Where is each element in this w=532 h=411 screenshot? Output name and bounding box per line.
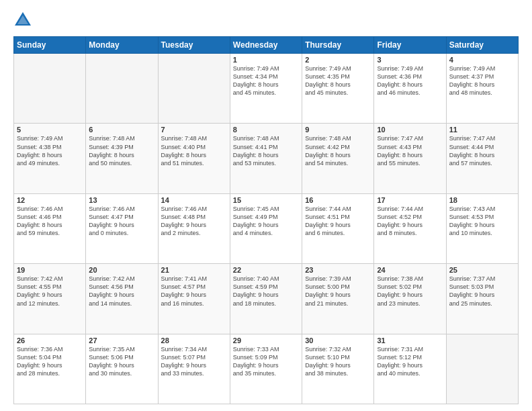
calendar-cell: 4Sunrise: 7:49 AM Sunset: 4:37 PM Daylig… <box>446 54 518 124</box>
day-number: 9 <box>305 126 371 134</box>
calendar-header-friday: Friday <box>374 37 446 54</box>
calendar-cell: 26Sunrise: 7:36 AM Sunset: 5:04 PM Dayli… <box>14 334 86 404</box>
day-info: Sunrise: 7:42 AM Sunset: 4:56 PM Dayligh… <box>89 275 154 308</box>
calendar-week-row: 26Sunrise: 7:36 AM Sunset: 5:04 PM Dayli… <box>14 334 519 404</box>
day-number: 17 <box>377 196 443 204</box>
calendar-cell: 11Sunrise: 7:47 AM Sunset: 4:44 PM Dayli… <box>446 124 518 193</box>
calendar-cell: 6Sunrise: 7:48 AM Sunset: 4:39 PM Daylig… <box>86 124 158 193</box>
day-number: 28 <box>161 336 227 345</box>
logo-icon <box>13 11 32 30</box>
day-info: Sunrise: 7:49 AM Sunset: 4:35 PM Dayligh… <box>305 64 371 97</box>
day-number: 10 <box>377 126 443 134</box>
day-info: Sunrise: 7:44 AM Sunset: 4:52 PM Dayligh… <box>377 205 443 238</box>
calendar-cell: 29Sunrise: 7:33 AM Sunset: 5:09 PM Dayli… <box>230 334 302 404</box>
day-number: 27 <box>89 336 154 345</box>
calendar-cell: 24Sunrise: 7:38 AM Sunset: 5:02 PM Dayli… <box>374 264 446 334</box>
day-number: 13 <box>89 196 154 204</box>
calendar-cell <box>86 54 158 124</box>
calendar-week-row: 1Sunrise: 7:49 AM Sunset: 4:34 PM Daylig… <box>14 54 519 124</box>
calendar-table: SundayMondayTuesdayWednesdayThursdayFrid… <box>13 36 519 404</box>
day-number: 22 <box>233 266 299 274</box>
calendar-cell: 16Sunrise: 7:44 AM Sunset: 4:51 PM Dayli… <box>302 193 374 263</box>
header <box>13 11 519 30</box>
calendar-cell: 8Sunrise: 7:48 AM Sunset: 4:41 PM Daylig… <box>230 124 302 193</box>
day-number: 18 <box>449 196 515 204</box>
day-number: 20 <box>89 266 154 274</box>
day-number: 15 <box>233 196 299 204</box>
day-info: Sunrise: 7:49 AM Sunset: 4:36 PM Dayligh… <box>377 64 443 97</box>
day-number: 3 <box>377 56 443 64</box>
calendar-cell: 31Sunrise: 7:31 AM Sunset: 5:12 PM Dayli… <box>374 334 446 404</box>
day-info: Sunrise: 7:35 AM Sunset: 5:06 PM Dayligh… <box>89 345 154 378</box>
day-number: 30 <box>305 336 371 345</box>
day-info: Sunrise: 7:49 AM Sunset: 4:34 PM Dayligh… <box>233 64 299 97</box>
calendar-cell: 23Sunrise: 7:39 AM Sunset: 5:00 PM Dayli… <box>302 264 374 334</box>
day-number: 5 <box>17 126 83 134</box>
day-info: Sunrise: 7:49 AM Sunset: 4:37 PM Dayligh… <box>449 64 515 97</box>
calendar-cell: 21Sunrise: 7:41 AM Sunset: 4:57 PM Dayli… <box>158 264 230 334</box>
day-number: 1 <box>233 56 299 64</box>
day-number: 4 <box>449 56 515 64</box>
day-info: Sunrise: 7:48 AM Sunset: 4:39 PM Dayligh… <box>89 134 154 167</box>
day-number: 21 <box>161 266 227 274</box>
calendar-cell: 7Sunrise: 7:48 AM Sunset: 4:40 PM Daylig… <box>158 124 230 193</box>
calendar-header-wednesday: Wednesday <box>230 37 302 54</box>
calendar-cell: 18Sunrise: 7:43 AM Sunset: 4:53 PM Dayli… <box>446 193 518 263</box>
day-number: 7 <box>161 126 227 134</box>
day-info: Sunrise: 7:32 AM Sunset: 5:10 PM Dayligh… <box>305 345 371 378</box>
calendar-cell: 2Sunrise: 7:49 AM Sunset: 4:35 PM Daylig… <box>302 54 374 124</box>
day-number: 11 <box>449 126 515 134</box>
calendar-cell: 20Sunrise: 7:42 AM Sunset: 4:56 PM Dayli… <box>86 264 158 334</box>
day-info: Sunrise: 7:34 AM Sunset: 5:07 PM Dayligh… <box>161 345 227 378</box>
logo <box>13 11 35 30</box>
calendar-cell: 3Sunrise: 7:49 AM Sunset: 4:36 PM Daylig… <box>374 54 446 124</box>
day-number: 31 <box>377 336 443 345</box>
day-number: 25 <box>449 266 515 274</box>
calendar-cell: 5Sunrise: 7:49 AM Sunset: 4:38 PM Daylig… <box>14 124 86 193</box>
day-number: 26 <box>17 336 83 345</box>
calendar-header-monday: Monday <box>86 37 158 54</box>
calendar-cell: 27Sunrise: 7:35 AM Sunset: 5:06 PM Dayli… <box>86 334 158 404</box>
calendar-header-thursday: Thursday <box>302 37 374 54</box>
calendar-cell: 15Sunrise: 7:45 AM Sunset: 4:49 PM Dayli… <box>230 193 302 263</box>
day-info: Sunrise: 7:36 AM Sunset: 5:04 PM Dayligh… <box>17 345 83 378</box>
day-number: 19 <box>17 266 83 274</box>
calendar-week-row: 12Sunrise: 7:46 AM Sunset: 4:46 PM Dayli… <box>14 193 519 263</box>
calendar-cell: 17Sunrise: 7:44 AM Sunset: 4:52 PM Dayli… <box>374 193 446 263</box>
calendar-cell: 30Sunrise: 7:32 AM Sunset: 5:10 PM Dayli… <box>302 334 374 404</box>
calendar-cell: 14Sunrise: 7:46 AM Sunset: 4:48 PM Dayli… <box>158 193 230 263</box>
calendar-header-saturday: Saturday <box>446 37 518 54</box>
calendar-cell: 9Sunrise: 7:48 AM Sunset: 4:42 PM Daylig… <box>302 124 374 193</box>
day-info: Sunrise: 7:33 AM Sunset: 5:09 PM Dayligh… <box>233 345 299 378</box>
calendar-header-sunday: Sunday <box>14 37 86 54</box>
day-info: Sunrise: 7:38 AM Sunset: 5:02 PM Dayligh… <box>377 275 443 308</box>
calendar-cell: 28Sunrise: 7:34 AM Sunset: 5:07 PM Dayli… <box>158 334 230 404</box>
calendar-week-row: 19Sunrise: 7:42 AM Sunset: 4:55 PM Dayli… <box>14 264 519 334</box>
day-info: Sunrise: 7:47 AM Sunset: 4:44 PM Dayligh… <box>449 134 515 167</box>
day-info: Sunrise: 7:45 AM Sunset: 4:49 PM Dayligh… <box>233 205 299 238</box>
day-number: 2 <box>305 56 371 64</box>
day-number: 24 <box>377 266 443 274</box>
day-info: Sunrise: 7:49 AM Sunset: 4:38 PM Dayligh… <box>17 134 83 167</box>
day-number: 29 <box>233 336 299 345</box>
calendar-cell <box>158 54 230 124</box>
calendar-cell: 1Sunrise: 7:49 AM Sunset: 4:34 PM Daylig… <box>230 54 302 124</box>
calendar-week-row: 5Sunrise: 7:49 AM Sunset: 4:38 PM Daylig… <box>14 124 519 193</box>
day-number: 14 <box>161 196 227 204</box>
day-info: Sunrise: 7:42 AM Sunset: 4:55 PM Dayligh… <box>17 275 83 308</box>
day-number: 6 <box>89 126 154 134</box>
day-info: Sunrise: 7:44 AM Sunset: 4:51 PM Dayligh… <box>305 205 371 238</box>
day-info: Sunrise: 7:39 AM Sunset: 5:00 PM Dayligh… <box>305 275 371 308</box>
day-info: Sunrise: 7:48 AM Sunset: 4:41 PM Dayligh… <box>233 134 299 167</box>
calendar-cell <box>446 334 518 404</box>
day-info: Sunrise: 7:46 AM Sunset: 4:46 PM Dayligh… <box>17 205 83 238</box>
calendar-cell <box>14 54 86 124</box>
calendar-cell: 13Sunrise: 7:46 AM Sunset: 4:47 PM Dayli… <box>86 193 158 263</box>
day-info: Sunrise: 7:46 AM Sunset: 4:47 PM Dayligh… <box>89 205 154 238</box>
day-number: 16 <box>305 196 371 204</box>
calendar-cell: 12Sunrise: 7:46 AM Sunset: 4:46 PM Dayli… <box>14 193 86 263</box>
calendar-cell: 25Sunrise: 7:37 AM Sunset: 5:03 PM Dayli… <box>446 264 518 334</box>
calendar-header-row: SundayMondayTuesdayWednesdayThursdayFrid… <box>14 37 519 54</box>
day-info: Sunrise: 7:48 AM Sunset: 4:42 PM Dayligh… <box>305 134 371 167</box>
calendar-cell: 10Sunrise: 7:47 AM Sunset: 4:43 PM Dayli… <box>374 124 446 193</box>
